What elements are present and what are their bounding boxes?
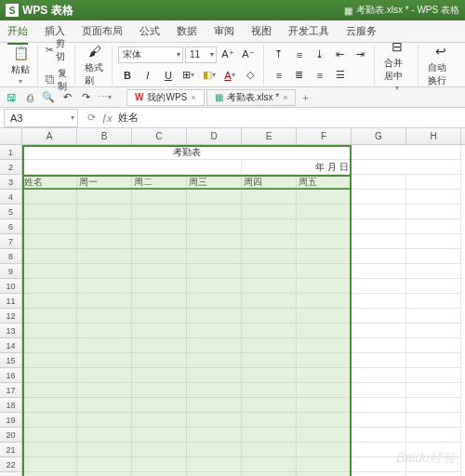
cell[interactable] <box>406 249 461 264</box>
distribute-button[interactable]: ☰ <box>331 67 350 84</box>
fill-color-button[interactable]: ◧ <box>200 67 219 84</box>
tab-workbook[interactable]: ▦考勤表.xlsx *× <box>206 89 297 106</box>
cell[interactable] <box>297 294 352 309</box>
cell[interactable]: 姓名 <box>22 175 77 190</box>
row-header[interactable]: 14 <box>0 338 22 353</box>
cell[interactable] <box>132 324 187 338</box>
paste-button[interactable]: 📋 粘贴 <box>7 42 33 87</box>
cell[interactable] <box>22 413 77 428</box>
cell[interactable] <box>297 368 352 383</box>
underline-button[interactable]: U <box>159 67 178 84</box>
cell[interactable] <box>22 234 77 249</box>
cell[interactable] <box>406 353 461 368</box>
cell[interactable] <box>297 205 352 219</box>
col-header[interactable]: H <box>406 128 461 144</box>
cell[interactable] <box>352 294 406 309</box>
cell[interactable] <box>132 338 187 353</box>
cell[interactable] <box>77 383 132 398</box>
row-header[interactable]: 20 <box>0 428 22 443</box>
cell[interactable] <box>132 368 187 383</box>
cell[interactable] <box>352 338 406 353</box>
cell[interactable] <box>352 368 406 383</box>
cell[interactable] <box>242 219 297 234</box>
redo-icon[interactable]: ↷ <box>78 90 93 105</box>
cell[interactable] <box>187 338 242 353</box>
align-top-button[interactable]: ⤒ <box>270 46 288 63</box>
indent-right-button[interactable]: ⇥ <box>352 46 370 63</box>
cell[interactable]: 周三 <box>187 175 242 190</box>
cell[interactable] <box>297 190 352 205</box>
cell[interactable] <box>242 324 297 338</box>
undo-icon[interactable]: ↶ <box>60 90 74 105</box>
bold-button[interactable]: B <box>118 67 137 84</box>
cell[interactable] <box>406 264 461 279</box>
cell[interactable]: 周四 <box>242 175 297 190</box>
cell[interactable] <box>132 413 187 428</box>
cell[interactable] <box>242 368 297 383</box>
cell[interactable] <box>132 264 187 279</box>
cell[interactable] <box>132 428 187 443</box>
row-header[interactable]: 9 <box>0 264 22 279</box>
cell[interactable] <box>22 368 77 383</box>
cell[interactable] <box>352 413 406 428</box>
cell[interactable] <box>242 294 297 309</box>
row-header[interactable]: 19 <box>0 413 22 428</box>
close-icon[interactable]: × <box>191 93 195 102</box>
cell[interactable] <box>352 353 406 368</box>
col-header[interactable]: G <box>352 128 406 144</box>
cell[interactable] <box>297 398 352 413</box>
cell[interactable] <box>352 324 406 338</box>
cell[interactable] <box>406 383 461 398</box>
cell[interactable] <box>77 443 132 457</box>
cell[interactable] <box>352 428 406 443</box>
close-icon[interactable]: × <box>283 93 287 102</box>
cell[interactable] <box>22 279 77 294</box>
cell[interactable] <box>406 175 461 190</box>
fx-reload-icon[interactable]: ⟳ <box>87 112 96 124</box>
cell[interactable] <box>352 383 406 398</box>
indent-left-button[interactable]: ⇤ <box>331 46 350 63</box>
row-header[interactable]: 22 <box>0 457 22 472</box>
cell[interactable] <box>406 324 461 338</box>
cell[interactable] <box>132 472 187 476</box>
cell[interactable] <box>297 472 352 476</box>
cell[interactable]: 周二 <box>132 175 187 190</box>
row-header[interactable]: 21 <box>0 443 22 457</box>
cell[interactable] <box>77 309 132 324</box>
cell[interactable] <box>352 175 406 190</box>
cell[interactable] <box>132 249 187 264</box>
cell[interactable] <box>187 472 242 476</box>
cell[interactable] <box>22 472 77 476</box>
row-header[interactable]: 7 <box>0 234 22 249</box>
cell[interactable] <box>132 279 187 294</box>
cell[interactable] <box>187 205 242 219</box>
cell[interactable] <box>297 457 352 472</box>
clear-format-button[interactable]: ◇ <box>241 67 259 84</box>
tab-formula[interactable]: 公式 <box>140 24 160 38</box>
row-header[interactable]: 17 <box>0 383 22 398</box>
cell[interactable] <box>22 249 77 264</box>
cell[interactable] <box>297 443 352 457</box>
cell[interactable] <box>406 205 461 219</box>
cell[interactable] <box>77 428 132 443</box>
cell[interactable] <box>132 309 187 324</box>
cell[interactable] <box>187 279 242 294</box>
cut-button[interactable]: ✂剪切 <box>44 36 71 64</box>
col-header[interactable]: B <box>77 128 132 144</box>
cell[interactable] <box>352 249 406 264</box>
tab-mywps[interactable]: W我的WPS× <box>126 89 205 106</box>
cell[interactable] <box>242 383 297 398</box>
new-tab-button[interactable]: + <box>298 90 312 105</box>
cell[interactable] <box>406 413 461 428</box>
cell[interactable] <box>352 472 406 476</box>
cell[interactable] <box>187 428 242 443</box>
cell[interactable] <box>132 294 187 309</box>
cell[interactable] <box>297 264 352 279</box>
preview-icon[interactable]: 🔍 <box>41 90 56 105</box>
row-header[interactable]: 1 <box>0 145 22 160</box>
cell[interactable] <box>297 324 352 338</box>
cell[interactable] <box>22 398 77 413</box>
col-header[interactable]: A <box>22 128 77 144</box>
spreadsheet-grid[interactable]: A B C D E F G H 123456789101112131415161… <box>0 128 465 476</box>
cell[interactable] <box>242 279 297 294</box>
